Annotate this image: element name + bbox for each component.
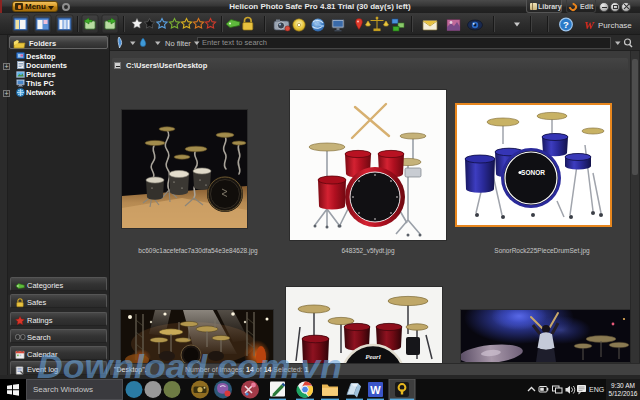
svg-text:Pearl: Pearl (365, 353, 381, 361)
svg-text:SONOR: SONOR (521, 169, 545, 176)
svg-text:W: W (584, 19, 595, 31)
svg-text:?: ? (563, 19, 569, 30)
svg-text:Purchase: Purchase (598, 21, 632, 30)
svg-text:W: W (370, 384, 381, 396)
